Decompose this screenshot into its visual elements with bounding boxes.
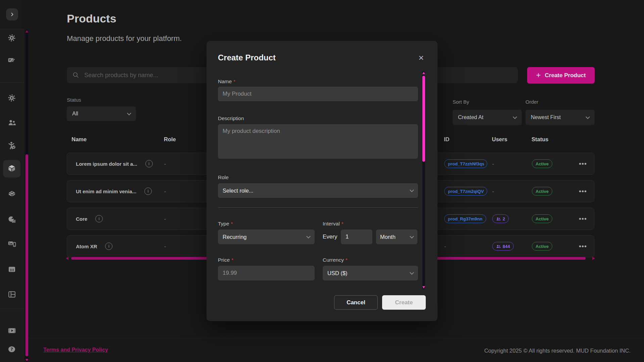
scroll-up-arrow[interactable] [422,72,425,74]
row-menu-button[interactable]: ••• [579,160,594,168]
modal-scrollbar[interactable] [422,71,425,289]
modal-scrollbar-thumb[interactable] [422,76,425,162]
price-label: Price* [218,257,233,263]
package-icon [7,164,16,173]
sidebar-item-media[interactable] [3,235,20,253]
terms-privacy-link[interactable]: Terms and Privacy Policy [43,347,108,353]
copyright-text: Copyright 2025 © All rights reserved. MU… [484,348,631,354]
chevron-down-icon [513,115,517,119]
info-icon[interactable]: i [145,160,153,167]
col-header-users: Users [492,136,532,143]
gear-icon [7,94,16,102]
col-header-id: ID [444,136,492,143]
interval-label: Interval* [323,221,343,227]
page-subtitle: Manage products for your platform. [67,34,182,43]
chevron-down-icon [410,234,414,239]
invoice-edit-icon [7,56,16,65]
order-value: Newest First [531,114,561,120]
sidebar-item-preferences[interactable] [3,89,20,107]
sidebar-item-users[interactable] [3,114,20,131]
scroll-down-arrow[interactable] [26,359,28,361]
create-product-button[interactable]: + Create Product [527,67,595,84]
row-menu-button[interactable]: ••• [579,215,594,223]
info-icon[interactable]: i [105,243,112,250]
currency-label: Currency* [323,257,348,263]
users-count-badge: 844 [492,242,514,251]
users-icon [496,217,501,221]
product-id-badge[interactable]: prod_T7zm2qiQV [444,187,487,196]
status-filter-label: Status [67,97,81,103]
sidebar-item-help[interactable]: ? [3,341,20,358]
required-mark: * [233,79,235,84]
sidebar-item-products[interactable] [3,160,20,177]
required-mark: * [231,257,233,263]
svg-text:?: ? [10,347,13,352]
required-mark: * [231,221,233,226]
search-icon [72,71,80,79]
cancel-button[interactable]: Cancel [334,295,378,310]
type-select[interactable]: Recurring [218,229,315,244]
role-select[interactable]: Select role... [218,183,418,198]
media-devices-icon [7,240,16,249]
chevron-down-icon [410,270,414,275]
gear-icon [7,34,16,42]
scroll-up-arrow[interactable] [26,30,28,33]
plus-icon: + [536,71,541,79]
sidebar-item-members[interactable] [3,137,20,154]
chevron-down-icon [127,111,131,115]
scroll-left-arrow[interactable] [66,257,68,260]
interval-count-field[interactable] [341,229,372,244]
sidebar-item-scenes[interactable] [3,185,20,203]
info-icon[interactable]: i [144,188,152,195]
description-field[interactable] [218,124,418,159]
order-select[interactable]: Newest First [525,110,595,125]
video-reel-icon [7,326,16,335]
row-menu-button[interactable]: ••• [579,188,594,195]
chevron-down-icon [306,234,311,239]
role-select-value: Select role... [223,188,254,194]
footer-divider [28,338,644,338]
sidebar-item-analytics[interactable] [3,211,20,228]
info-icon[interactable]: i [95,215,103,222]
type-label: Type* [218,221,233,227]
status-select[interactable]: All [67,106,136,121]
help-icon: ? [7,345,16,354]
sort-by-select[interactable]: Created At [453,110,522,125]
currency-select[interactable]: USD ($) [323,266,418,280]
sidebar-item-videos[interactable] [3,322,20,339]
type-select-value: Recurring [223,234,247,240]
scroll-right-arrow[interactable] [592,257,595,260]
chevron-down-icon [410,188,414,192]
product-id: - [444,244,492,249]
product-name: Core [76,216,87,222]
modal-title: Create Product [218,53,276,62]
page-title: Products [67,12,116,25]
create-button[interactable]: Create [382,295,426,310]
interval-unit-select[interactable]: Month [376,229,417,244]
row-menu-button[interactable]: ••• [579,243,594,250]
name-field[interactable] [218,87,418,101]
sidebar-expand-button[interactable] [6,8,18,20]
sidebar-item-layout[interactable] [3,286,20,303]
sort-by-value: Created At [458,114,484,120]
page-scrollbar-thumb[interactable] [26,154,28,356]
create-product-label: Create Product [545,72,586,79]
product-id-badge[interactable]: prod_T7zzhNf3qs [444,159,487,168]
scroll-down-arrow[interactable] [422,286,425,289]
sidebar-item-settings[interactable] [3,29,20,47]
create-product-modal: Create Product ✕ Name* Description Role … [206,41,438,321]
page-scrollbar[interactable] [26,30,28,362]
sidebar-item-invoices[interactable] [3,52,20,69]
sidebar-divider [0,82,24,83]
calendar-dots-icon [7,265,16,274]
product-id-badge[interactable]: prod_Rg37m9nn [444,214,486,223]
product-name: Lorem ipsum dolor sit a... [76,161,137,167]
sidebar: ? [0,0,24,362]
description-label: Description [218,115,244,121]
close-icon[interactable]: ✕ [418,54,424,61]
sidebar-item-schedule[interactable] [3,260,20,278]
price-field[interactable] [218,266,315,280]
status-badge: Active [532,187,552,196]
product-name: Ut enim ad minim venia... [76,189,136,194]
modal-section-divider [218,207,418,208]
